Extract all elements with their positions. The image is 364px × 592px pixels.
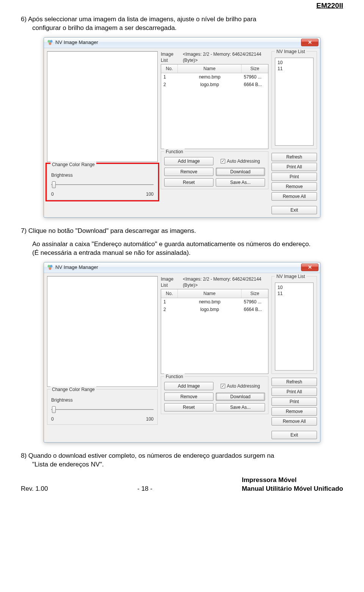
table-rows: 1 nemo.bmp 57960 ... 2 logo.bmp 6664 B..…: [161, 73, 268, 149]
table-header: No. Name Size: [161, 64, 268, 73]
add-image-button[interactable]: Add Image: [164, 157, 213, 165]
cell-no: 2: [161, 81, 178, 88]
color-range-body: Brightness 0 100: [50, 396, 154, 422]
refresh-button[interactable]: Refresh: [271, 378, 317, 386]
cell-name: nemo.bmp: [178, 73, 242, 81]
footer-right-line2: Manual Utilitário Móvel Unificado: [242, 485, 343, 493]
nv-item[interactable]: 10: [278, 60, 311, 66]
nv-image-list-group: NV Image List 10 11: [271, 51, 317, 149]
close-button[interactable]: ✕: [301, 264, 318, 271]
table-rows: 1 nemo.bmp 57960 ... 2 logo.bmp 6664 B..…: [161, 298, 268, 374]
nv-buttons: Refresh Print All Print Remove Remove Al…: [271, 378, 317, 426]
slider-thumb[interactable]: [52, 406, 56, 413]
title-bar: NV Image Manager ✕: [44, 38, 320, 48]
cell-size: 6664 B...: [242, 306, 268, 313]
screenshot-2-wrap: NV Image Manager ✕ Change Color Range Br…: [21, 262, 343, 443]
nv-image-list[interactable]: 10 11: [275, 58, 314, 146]
reset-button[interactable]: Reset: [164, 178, 213, 187]
image-list-info: <Images: 2/2 - Memory: 64624/262144 (Byt…: [183, 51, 268, 63]
auto-addressing-checkbox[interactable]: ✓ Auto Addressing: [216, 382, 265, 390]
footer-right-line1: Impressora Móvel: [242, 476, 343, 485]
cell-name: nemo.bmp: [178, 298, 242, 306]
title-bar: NV Image Manager ✕: [44, 262, 320, 273]
function-group: Function Add Image ✓ Auto Addressing Rem…: [161, 151, 268, 189]
table-row[interactable]: 2 logo.bmp 6664 B...: [161, 306, 268, 313]
dialog-title: NV Image Manager: [55, 264, 98, 271]
dialog-body: Change Color Range Brightness 0 100: [44, 48, 320, 217]
right-column: Image List <Images: 2/2 - Memory: 64624/…: [161, 51, 317, 214]
col-name-header: Name: [178, 289, 242, 298]
brightness-label: Brightness: [51, 172, 154, 178]
color-range-label: Change Color Range: [50, 162, 96, 168]
checkbox-icon: ✓: [221, 159, 225, 163]
nv-image-list-column: NV Image List 10 11: [271, 276, 317, 374]
reset-button[interactable]: Reset: [164, 403, 213, 411]
paragraph-8: 8) Quando o download estiver completo, o…: [21, 452, 343, 469]
remove-button[interactable]: Remove: [164, 168, 213, 176]
table-row[interactable]: 1 nemo.bmp 57960 ...: [161, 298, 268, 306]
remove-nv-button[interactable]: Remove: [271, 407, 317, 416]
footer-right: Impressora Móvel Manual Utilitário Móvel…: [242, 476, 343, 493]
print-all-button[interactable]: Print All: [271, 163, 317, 171]
exit-button[interactable]: Exit: [271, 206, 317, 214]
download-button[interactable]: Download: [216, 393, 265, 401]
cell-name: logo.bmp: [178, 306, 242, 313]
nv-image-manager-dialog: NV Image Manager ✕ Change Color Range Br…: [44, 262, 320, 443]
slider-range: 0 100: [51, 416, 154, 422]
table-row[interactable]: 2 logo.bmp 6664 B...: [161, 81, 268, 88]
print-all-button[interactable]: Print All: [271, 388, 317, 396]
nv-button-column: Refresh Print All Print Remove Remove Al…: [271, 376, 317, 439]
image-list-table[interactable]: No. Name Size 1 nemo.bmp 57960 ...: [161, 64, 268, 149]
image-list-meta: Image List <Images: 2/2 - Memory: 64624/…: [161, 276, 268, 288]
right-top-row: Image List <Images: 2/2 - Memory: 64624/…: [161, 276, 317, 374]
auto-addressing-label: Auto Addressing: [227, 158, 260, 164]
auto-addressing-checkbox[interactable]: ✓ Auto Addressing: [216, 157, 265, 165]
screenshot-1-wrap: NV Image Manager ✕ Change Color Range Br…: [21, 37, 343, 218]
image-list-column: Image List <Images: 2/2 - Memory: 64624/…: [161, 51, 268, 149]
nv-image-list[interactable]: 10 11: [275, 283, 314, 371]
remove-button[interactable]: Remove: [164, 393, 213, 401]
brightness-slider[interactable]: [51, 181, 154, 189]
download-button[interactable]: Download: [216, 168, 265, 176]
col-size-header: Size: [242, 64, 268, 73]
remove-all-button[interactable]: Remove All: [271, 192, 317, 201]
close-icon: ✕: [308, 40, 312, 45]
table-header: No. Name Size: [161, 289, 268, 298]
nv-item[interactable]: 11: [278, 291, 311, 297]
color-range-body: Brightness 0 100: [50, 171, 154, 197]
brightness-slider[interactable]: [51, 405, 154, 414]
footer-page: - 18 -: [137, 485, 152, 493]
remove-all-button[interactable]: Remove All: [271, 417, 317, 426]
save-as-button[interactable]: Save As...: [216, 403, 265, 411]
print-button[interactable]: Print: [271, 173, 317, 181]
close-button[interactable]: ✕: [301, 39, 318, 46]
brightness-min: 0: [51, 416, 54, 422]
nv-buttons: Refresh Print All Print Remove Remove Al…: [271, 153, 317, 201]
brightness-max: 100: [146, 191, 154, 197]
slider-thumb[interactable]: [52, 181, 56, 188]
refresh-button[interactable]: Refresh: [271, 153, 317, 161]
nv-item[interactable]: 10: [278, 284, 311, 291]
save-as-button[interactable]: Save As...: [216, 178, 265, 187]
cell-size: 57960 ...: [242, 73, 268, 81]
image-list-table[interactable]: No. Name Size 1 nemo.bmp 57960 ...: [161, 289, 268, 374]
brightness-min: 0: [51, 191, 54, 197]
image-preview: [47, 51, 158, 162]
auto-addressing-label: Auto Addressing: [227, 383, 260, 389]
add-image-button[interactable]: Add Image: [164, 382, 213, 390]
print-button[interactable]: Print: [271, 397, 317, 406]
table-row[interactable]: 1 nemo.bmp 57960 ...: [161, 73, 268, 81]
exit-button[interactable]: Exit: [271, 431, 317, 439]
nv-image-list-group: NV Image List 10 11: [271, 276, 317, 374]
image-preview: [47, 276, 158, 387]
paragraph-7c: (É necessária a entrada manual se não fo…: [32, 249, 343, 258]
image-list-label: Image List: [161, 276, 180, 288]
bottom-controls: Function Add Image ✓ Auto Addressing Rem…: [161, 376, 317, 439]
nv-item[interactable]: 11: [278, 66, 311, 72]
page-footer: Rev. 1.00 - 18 - Impressora Móvel Manual…: [21, 476, 343, 493]
dialog-body: Change Color Range Brightness 0 100: [44, 273, 320, 442]
remove-nv-button[interactable]: Remove: [271, 182, 317, 191]
cell-no: 1: [161, 73, 178, 81]
cell-size: 6664 B...: [242, 81, 268, 88]
col-no-header: No.: [161, 64, 178, 73]
